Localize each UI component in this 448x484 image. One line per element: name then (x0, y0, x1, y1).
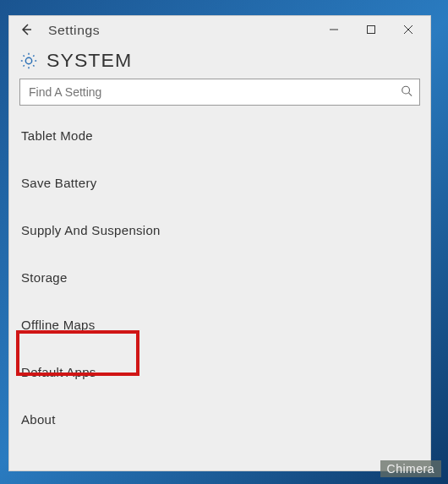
gear-icon (19, 52, 38, 70)
maximize-button[interactable] (352, 16, 390, 43)
back-arrow-icon (19, 23, 33, 36)
settings-window: Settings SYSTEM Tablet Mode (8, 15, 431, 471)
window-title: Settings (48, 23, 100, 37)
list-item-about[interactable]: About (9, 401, 430, 438)
window-controls (315, 16, 427, 43)
titlebar: Settings (9, 16, 430, 43)
close-button[interactable] (390, 16, 427, 43)
svg-point-1 (402, 86, 410, 94)
search-input[interactable] (20, 85, 419, 99)
list-item-default-apps[interactable]: Default Apps (9, 354, 430, 391)
list-item-save-battery[interactable]: Save Battery (9, 165, 430, 202)
search-icon (401, 85, 412, 100)
svg-rect-0 (368, 26, 375, 34)
minimize-icon (330, 25, 338, 34)
back-button[interactable] (13, 16, 40, 43)
close-icon (404, 25, 412, 34)
search-box[interactable] (19, 79, 420, 106)
page-title: SYSTEM (46, 50, 132, 72)
maximize-icon (367, 25, 375, 34)
list-item-storage[interactable]: Storage (9, 259, 430, 296)
watermark: Chimera (380, 460, 441, 477)
minimize-button[interactable] (315, 16, 352, 43)
search-container (9, 79, 430, 114)
list-item-supply-suspension[interactable]: Supply And Suspension (9, 212, 430, 249)
list-item-offline-maps[interactable]: Offline Maps (9, 307, 430, 344)
page-header: SYSTEM (9, 43, 430, 79)
list-item-tablet-mode[interactable]: Tablet Mode (9, 117, 430, 155)
settings-list: Tablet Mode Save Battery Supply And Susp… (9, 114, 430, 442)
